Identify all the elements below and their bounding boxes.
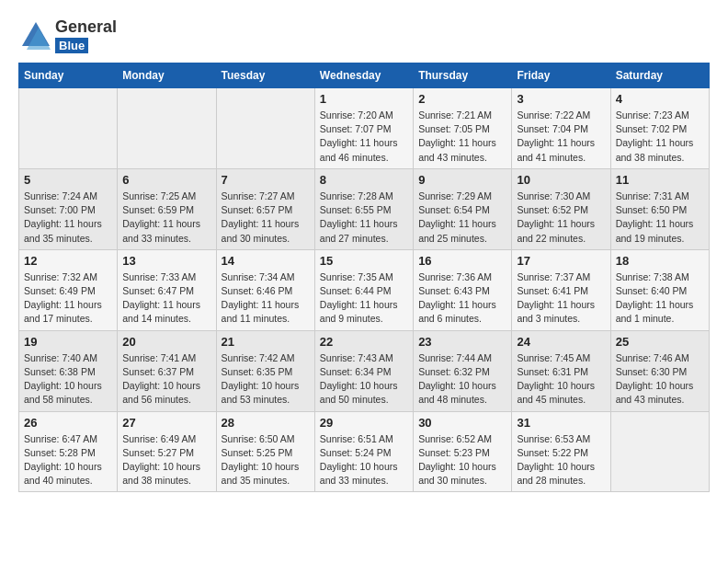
day-number: 24 — [517, 335, 605, 349]
calendar-cell: 26Sunrise: 6:47 AM Sunset: 5:28 PM Dayli… — [19, 411, 118, 492]
day-number: 17 — [517, 254, 605, 268]
calendar-header-row: SundayMondayTuesdayWednesdayThursdayFrid… — [19, 63, 710, 88]
day-info: Sunrise: 6:51 AM Sunset: 5:24 PM Dayligh… — [320, 432, 408, 488]
header-saturday: Saturday — [610, 63, 709, 88]
calendar-cell: 21Sunrise: 7:42 AM Sunset: 6:35 PM Dayli… — [216, 330, 314, 411]
day-number: 28 — [222, 416, 310, 430]
day-info: Sunrise: 7:29 AM Sunset: 6:54 PM Dayligh… — [418, 190, 506, 246]
day-info: Sunrise: 7:32 AM Sunset: 6:49 PM Dayligh… — [24, 270, 112, 327]
calendar-cell — [610, 411, 709, 492]
calendar-cell: 17Sunrise: 7:37 AM Sunset: 6:41 PM Dayli… — [512, 249, 610, 330]
day-info: Sunrise: 7:23 AM Sunset: 7:02 PM Dayligh… — [616, 109, 704, 165]
day-info: Sunrise: 6:52 AM Sunset: 5:23 PM Dayligh… — [418, 432, 506, 488]
calendar-cell: 20Sunrise: 7:41 AM Sunset: 6:37 PM Dayli… — [118, 330, 216, 411]
calendar-cell — [216, 88, 314, 169]
calendar-cell: 24Sunrise: 7:45 AM Sunset: 6:31 PM Dayli… — [512, 330, 610, 411]
calendar-cell: 18Sunrise: 7:38 AM Sunset: 6:40 PM Dayli… — [610, 249, 709, 330]
calendar-cell: 31Sunrise: 6:53 AM Sunset: 5:22 PM Dayli… — [512, 411, 610, 492]
day-info: Sunrise: 7:30 AM Sunset: 6:52 PM Dayligh… — [517, 190, 605, 246]
calendar-cell — [19, 88, 118, 169]
day-number: 6 — [122, 173, 210, 187]
day-info: Sunrise: 7:31 AM Sunset: 6:50 PM Dayligh… — [616, 190, 704, 246]
day-number: 15 — [320, 254, 408, 268]
day-info: Sunrise: 6:50 AM Sunset: 5:25 PM Dayligh… — [222, 432, 310, 488]
header-sunday: Sunday — [19, 63, 118, 88]
day-info: Sunrise: 7:42 AM Sunset: 6:35 PM Dayligh… — [222, 351, 310, 408]
day-number: 30 — [418, 416, 506, 430]
calendar-cell: 29Sunrise: 6:51 AM Sunset: 5:24 PM Dayli… — [314, 411, 413, 492]
logo-blue: Blue — [55, 38, 88, 53]
calendar-cell: 9Sunrise: 7:29 AM Sunset: 6:54 PM Daylig… — [414, 168, 512, 249]
calendar-cell: 19Sunrise: 7:40 AM Sunset: 6:38 PM Dayli… — [19, 330, 118, 411]
day-number: 22 — [320, 335, 408, 349]
calendar-week-2: 5Sunrise: 7:24 AM Sunset: 7:00 PM Daylig… — [19, 168, 710, 249]
calendar-cell: 8Sunrise: 7:28 AM Sunset: 6:55 PM Daylig… — [314, 168, 413, 249]
day-number: 5 — [24, 173, 112, 187]
header-friday: Friday — [512, 63, 610, 88]
calendar-cell: 1Sunrise: 7:20 AM Sunset: 7:07 PM Daylig… — [314, 88, 413, 169]
calendar-cell: 30Sunrise: 6:52 AM Sunset: 5:23 PM Dayli… — [414, 411, 512, 492]
logo: General Blue — [18, 18, 117, 53]
day-info: Sunrise: 7:41 AM Sunset: 6:37 PM Dayligh… — [122, 351, 210, 408]
day-info: Sunrise: 7:46 AM Sunset: 6:30 PM Dayligh… — [616, 351, 704, 408]
calendar-cell: 6Sunrise: 7:25 AM Sunset: 6:59 PM Daylig… — [118, 168, 216, 249]
day-number: 1 — [320, 92, 408, 106]
day-info: Sunrise: 7:45 AM Sunset: 6:31 PM Dayligh… — [517, 351, 605, 408]
day-number: 18 — [616, 254, 704, 268]
day-number: 11 — [616, 173, 704, 187]
calendar-week-1: 1Sunrise: 7:20 AM Sunset: 7:07 PM Daylig… — [19, 88, 710, 169]
day-number: 16 — [418, 254, 506, 268]
day-number: 8 — [320, 173, 408, 187]
day-number: 29 — [320, 416, 408, 430]
day-info: Sunrise: 7:27 AM Sunset: 6:57 PM Dayligh… — [222, 190, 310, 246]
calendar-cell: 25Sunrise: 7:46 AM Sunset: 6:30 PM Dayli… — [610, 330, 709, 411]
day-number: 3 — [517, 92, 605, 106]
day-info: Sunrise: 7:33 AM Sunset: 6:47 PM Dayligh… — [122, 270, 210, 327]
day-info: Sunrise: 7:36 AM Sunset: 6:43 PM Dayligh… — [418, 270, 506, 327]
day-info: Sunrise: 7:35 AM Sunset: 6:44 PM Dayligh… — [320, 270, 408, 327]
header-monday: Monday — [118, 63, 216, 88]
day-info: Sunrise: 7:28 AM Sunset: 6:55 PM Dayligh… — [320, 190, 408, 246]
calendar-week-3: 12Sunrise: 7:32 AM Sunset: 6:49 PM Dayli… — [19, 249, 710, 330]
calendar-cell: 28Sunrise: 6:50 AM Sunset: 5:25 PM Dayli… — [216, 411, 314, 492]
calendar-cell: 22Sunrise: 7:43 AM Sunset: 6:34 PM Dayli… — [314, 330, 413, 411]
header-thursday: Thursday — [414, 63, 512, 88]
day-number: 10 — [517, 173, 605, 187]
calendar-cell: 5Sunrise: 7:24 AM Sunset: 7:00 PM Daylig… — [19, 168, 118, 249]
day-info: Sunrise: 7:37 AM Sunset: 6:41 PM Dayligh… — [517, 270, 605, 327]
calendar-cell: 12Sunrise: 7:32 AM Sunset: 6:49 PM Dayli… — [19, 249, 118, 330]
day-info: Sunrise: 7:20 AM Sunset: 7:07 PM Dayligh… — [320, 109, 408, 165]
calendar-cell: 7Sunrise: 7:27 AM Sunset: 6:57 PM Daylig… — [216, 168, 314, 249]
calendar-cell — [118, 88, 216, 169]
day-info: Sunrise: 7:38 AM Sunset: 6:40 PM Dayligh… — [616, 270, 704, 327]
day-info: Sunrise: 7:22 AM Sunset: 7:04 PM Dayligh… — [517, 109, 605, 165]
header-tuesday: Tuesday — [216, 63, 314, 88]
day-info: Sunrise: 7:40 AM Sunset: 6:38 PM Dayligh… — [24, 351, 112, 408]
day-info: Sunrise: 7:24 AM Sunset: 7:00 PM Dayligh… — [24, 190, 112, 246]
day-number: 7 — [222, 173, 310, 187]
day-number: 14 — [222, 254, 310, 268]
calendar-cell: 10Sunrise: 7:30 AM Sunset: 6:52 PM Dayli… — [512, 168, 610, 249]
day-info: Sunrise: 6:49 AM Sunset: 5:27 PM Dayligh… — [122, 432, 210, 488]
day-number: 4 — [616, 92, 704, 106]
calendar-table: SundayMondayTuesdayWednesdayThursdayFrid… — [18, 63, 710, 492]
calendar-cell: 23Sunrise: 7:44 AM Sunset: 6:32 PM Dayli… — [414, 330, 512, 411]
day-info: Sunrise: 7:34 AM Sunset: 6:46 PM Dayligh… — [222, 270, 310, 327]
day-number: 21 — [222, 335, 310, 349]
logo-general: General — [55, 18, 117, 37]
day-number: 13 — [122, 254, 210, 268]
calendar-cell: 2Sunrise: 7:21 AM Sunset: 7:05 PM Daylig… — [414, 88, 512, 169]
day-number: 2 — [418, 92, 506, 106]
calendar-week-4: 19Sunrise: 7:40 AM Sunset: 6:38 PM Dayli… — [19, 330, 710, 411]
header-wednesday: Wednesday — [314, 63, 413, 88]
day-info: Sunrise: 7:25 AM Sunset: 6:59 PM Dayligh… — [122, 190, 210, 246]
calendar-cell: 4Sunrise: 7:23 AM Sunset: 7:02 PM Daylig… — [610, 88, 709, 169]
calendar-cell: 13Sunrise: 7:33 AM Sunset: 6:47 PM Dayli… — [118, 249, 216, 330]
day-number: 27 — [122, 416, 210, 430]
day-number: 31 — [517, 416, 605, 430]
calendar-cell: 16Sunrise: 7:36 AM Sunset: 6:43 PM Dayli… — [414, 249, 512, 330]
day-info: Sunrise: 6:47 AM Sunset: 5:28 PM Dayligh… — [24, 432, 112, 488]
day-number: 9 — [418, 173, 506, 187]
day-number: 12 — [24, 254, 112, 268]
calendar-cell: 27Sunrise: 6:49 AM Sunset: 5:27 PM Dayli… — [118, 411, 216, 492]
